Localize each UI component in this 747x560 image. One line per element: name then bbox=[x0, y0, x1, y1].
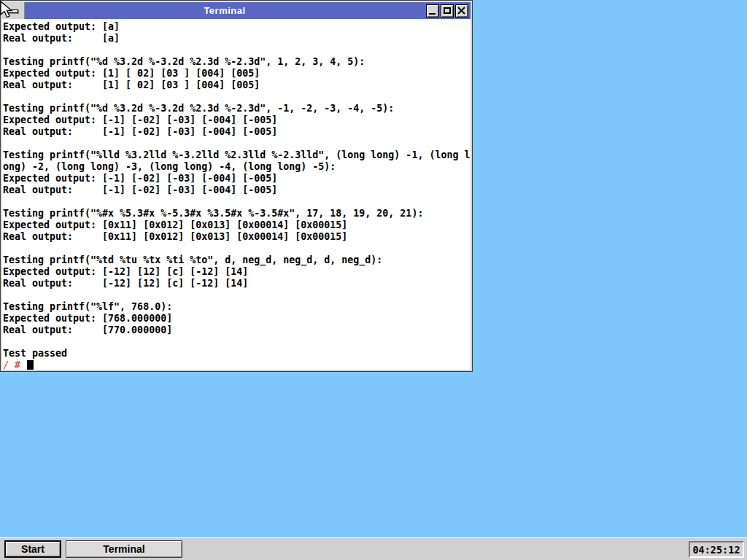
window-title: Terminal bbox=[25, 2, 425, 19]
shell-prompt: / # bbox=[3, 359, 20, 370]
terminal-window: Terminal Expected output: [a] Real outpu… bbox=[0, 0, 473, 372]
terminal-output-area[interactable]: Expected output: [a] Real output: [a] Te… bbox=[2, 19, 471, 370]
taskbar: Start Terminal 04:25:12 bbox=[0, 537, 747, 560]
shell-prompt-line: / # bbox=[2, 359, 471, 370]
terminal-output: Expected output: [a] Real output: [a] Te… bbox=[2, 19, 471, 359]
minimize-button[interactable] bbox=[426, 4, 439, 18]
close-button[interactable] bbox=[455, 4, 468, 18]
taskbar-clock: 04:25:12 bbox=[689, 541, 744, 558]
task-button-terminal[interactable]: Terminal bbox=[66, 540, 182, 558]
start-button[interactable]: Start bbox=[4, 540, 61, 558]
maximize-button[interactable] bbox=[441, 4, 454, 18]
minimize-icon bbox=[429, 13, 436, 15]
window-controls bbox=[425, 2, 471, 19]
window-titlebar[interactable]: Terminal bbox=[2, 2, 471, 19]
desktop: { "window": { "title": "Terminal", "butt… bbox=[0, 0, 747, 560]
window-menu-button[interactable] bbox=[2, 2, 25, 19]
maximize-icon bbox=[444, 7, 451, 14]
text-cursor bbox=[27, 360, 34, 370]
window-menu-dash-icon bbox=[7, 9, 18, 13]
close-icon bbox=[456, 5, 468, 17]
